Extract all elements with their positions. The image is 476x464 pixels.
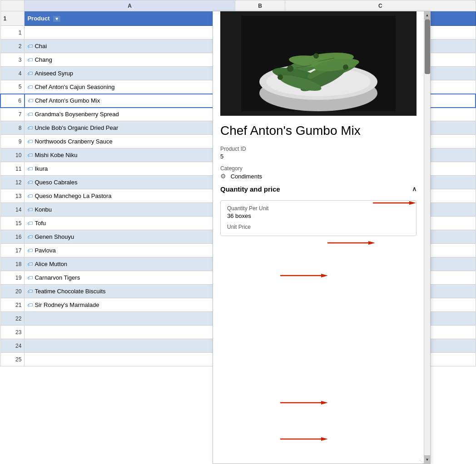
red-arrow-qty	[280, 400, 330, 406]
red-arrow-title	[327, 240, 377, 246]
quantity-price-section-header[interactable]: Quantity and price ∧	[220, 185, 416, 195]
detail-scrollbar[interactable]: ▲ ▼	[424, 11, 430, 464]
row-num-header-blank	[0, 0, 25, 11]
cell-a-16[interactable]: 🏷Genen Shouyu	[25, 230, 235, 244]
row-num-5: 5	[0, 80, 25, 94]
cell-a-15[interactable]: 🏷Tofu	[25, 217, 235, 230]
resize-handle[interactable]: ⋱	[419, 459, 424, 464]
category-icon: ⚙	[220, 173, 226, 180]
arrow-category-annotation	[373, 200, 418, 206]
svg-point-14	[278, 74, 283, 80]
product-icon: 🏷	[27, 302, 33, 308]
product-icon: 🏷	[27, 234, 33, 240]
unit-price-label: Unit Price	[227, 224, 410, 230]
col-a-letter[interactable]: A	[25, 0, 235, 11]
svg-marker-23	[321, 274, 328, 277]
cell-a-9[interactable]: 🏷Northwoods Cranberry Sauce	[25, 135, 235, 148]
cell-a-8[interactable]: 🏷Uncle Bob's Organic Dried Pear	[25, 121, 235, 135]
scrollbar-up-button[interactable]: ▲	[424, 11, 431, 20]
product-icon: 🏷	[28, 98, 33, 104]
row-num-15: 15	[0, 217, 25, 230]
cell-a-19[interactable]: 🏷Carnarvon Tigers	[25, 271, 235, 285]
svg-marker-25	[321, 401, 328, 405]
product-icon: 🏷	[27, 138, 33, 145]
col-c-letter[interactable]: C	[285, 0, 476, 11]
spreadsheet-container: A B C 1 Product ▼ ProductID ▼	[0, 0, 476, 464]
svg-point-12	[287, 65, 293, 72]
cell-a-2[interactable]: 🏷Chai	[25, 39, 235, 53]
cell-a-23[interactable]	[25, 326, 235, 339]
row-num-21: 21	[0, 298, 25, 312]
svg-point-15	[343, 64, 348, 70]
product-icon: 🏷	[27, 166, 33, 172]
row-num-10: 10	[0, 148, 25, 162]
row-num-23: 23	[0, 326, 25, 339]
cell-a-20[interactable]: 🏷Teatime Chocolate Biscuits	[25, 285, 235, 298]
cell-a-11[interactable]: 🏷Ikura	[25, 162, 235, 176]
red-arrow-productid	[280, 272, 330, 279]
cell-a-3[interactable]: 🏷Chang	[25, 53, 235, 67]
cell-a-14[interactable]: 🏷Konbu	[25, 203, 235, 217]
arrow-title-annotation	[327, 240, 377, 246]
scrollbar-thumb[interactable]	[425, 20, 430, 74]
scrollbar-down-button[interactable]: ▼	[424, 455, 431, 464]
row-num-18: 18	[0, 257, 25, 271]
section-title: Quantity and price	[220, 185, 280, 193]
product-icon: 🏷	[27, 193, 33, 199]
row-num-2: 2	[0, 39, 25, 53]
scrollbar-track[interactable]	[424, 20, 431, 455]
row-1-num: 1	[0, 11, 25, 26]
cell-a-24[interactable]	[25, 339, 235, 353]
row-num-3: 3	[0, 53, 25, 67]
product-icon: 🏷	[27, 43, 33, 49]
collapse-icon[interactable]: ∧	[412, 185, 416, 193]
cell-a-18[interactable]: 🏷Alice Mutton	[25, 257, 235, 271]
product-icon: 🏷	[27, 70, 33, 77]
row-num-24: 24	[0, 339, 25, 353]
arrow-productid-annotation	[280, 272, 330, 279]
product-icon: 🏷	[27, 207, 33, 213]
cell-a-17[interactable]: 🏷Pavlova	[25, 244, 235, 257]
row-num-13: 13	[0, 189, 25, 203]
product-icon: 🏷	[27, 84, 33, 90]
detail-panel: Chef Anton's Gumbo Mix Product ID 5 Cate…	[213, 11, 431, 464]
row-num-16: 16	[0, 230, 25, 244]
detail-product-id-label: Product ID	[220, 146, 416, 152]
svg-marker-19	[409, 201, 416, 205]
cell-a-10[interactable]: 🏷Mishi Kobe Niku	[25, 148, 235, 162]
product-icon: 🏷	[27, 57, 33, 63]
row-num-4: 4	[0, 67, 25, 80]
row-num-9: 9	[0, 135, 25, 148]
svg-point-13	[313, 53, 319, 59]
row-num-8: 8	[0, 121, 25, 135]
col-a-dropdown[interactable]: ▼	[53, 16, 60, 22]
row-num-11: 11	[0, 162, 25, 176]
cell-a-25[interactable]	[25, 353, 235, 366]
product-image	[220, 11, 416, 116]
cell-a-22[interactable]	[25, 312, 235, 326]
cell-a-13[interactable]: 🏷Queso Manchego La Pastora	[25, 189, 235, 203]
cell-a-4[interactable]: 🏷Aniseed Syrup	[25, 67, 235, 80]
row-num-6: 6	[0, 94, 25, 108]
product-icon: 🏷	[27, 247, 33, 254]
okra-image-svg	[241, 16, 396, 111]
arrow-qtyperunit-annotation	[280, 400, 330, 406]
cell-a-1[interactable]	[25, 26, 235, 39]
header-product[interactable]: Product ▼	[25, 11, 235, 26]
product-icon: 🏷	[27, 220, 33, 227]
row-num-19: 19	[0, 271, 25, 285]
cell-a-12[interactable]: 🏷Queso Cabrales	[25, 176, 235, 189]
col-b-letter[interactable]: B	[235, 0, 285, 11]
cell-a-5[interactable]: 🏷Chef Anton's Cajun Seasoning	[25, 80, 235, 94]
red-arrow-unitprice	[280, 436, 330, 442]
detail-product-id-value: 5	[220, 153, 416, 160]
row-num-14: 14	[0, 203, 25, 217]
product-icon: 🏷	[27, 288, 33, 295]
cell-a-21[interactable]: 🏷Sir Rodney's Marmalade	[25, 298, 235, 312]
detail-product-title: Chef Anton's Gumbo Mix	[220, 123, 416, 138]
detail-category-label: Category	[220, 165, 416, 172]
cell-a-6[interactable]: 🏷Chef Anton's Gumbo Mix	[25, 94, 235, 108]
detail-category-value: ⚙ Condiments	[220, 173, 416, 180]
svg-marker-27	[321, 437, 328, 441]
cell-a-7[interactable]: 🏷Grandma's Boysenberry Spread	[25, 108, 235, 121]
